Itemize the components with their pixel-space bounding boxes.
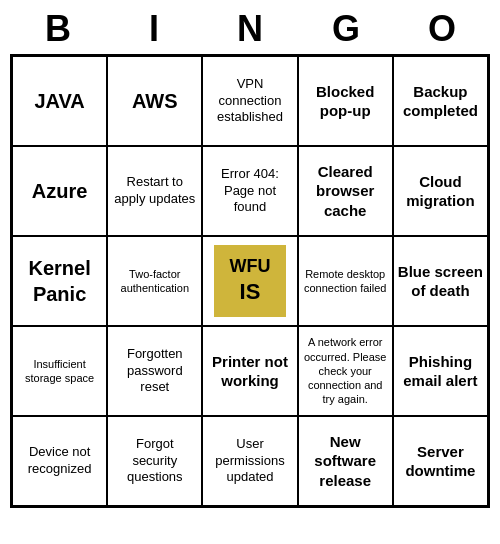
title-g: G [322,8,370,50]
cell-r1-c4[interactable]: Cloud migration [393,146,488,236]
cell-r4-c0[interactable]: Device not recognized [12,416,107,506]
cell-r2-c0[interactable]: Kernel Panic [12,236,107,326]
cell-r1-c0[interactable]: Azure [12,146,107,236]
cell-r0-c2[interactable]: VPN connection established [202,56,297,146]
cell-r2-c2[interactable]: WFUIS [202,236,297,326]
title-n: N [226,8,274,50]
cell-r2-c1[interactable]: Two-factor authentication [107,236,202,326]
cell-r3-c1[interactable]: Forgotten password reset [107,326,202,416]
cell-r2-c4[interactable]: Blue screen of death [393,236,488,326]
title-b: B [34,8,82,50]
cell-r0-c3[interactable]: Blocked pop-up [298,56,393,146]
cell-r4-c3[interactable]: New software release [298,416,393,506]
bingo-grid: JAVAAWSVPN connection establishedBlocked… [10,54,490,508]
cell-r0-c4[interactable]: Backup completed [393,56,488,146]
cell-r3-c0[interactable]: Insufficient storage space [12,326,107,416]
cell-r3-c4[interactable]: Phishing email alert [393,326,488,416]
cell-r4-c4[interactable]: Server downtime [393,416,488,506]
cell-r0-c0[interactable]: JAVA [12,56,107,146]
cell-r3-c3[interactable]: A network error occurred. Please check y… [298,326,393,416]
wfu-logo: WFUIS [214,245,286,317]
cell-r4-c2[interactable]: User permissions updated [202,416,297,506]
cell-r1-c1[interactable]: Restart to apply updates [107,146,202,236]
cell-r3-c2[interactable]: Printer not working [202,326,297,416]
bingo-title: B I N G O [10,0,490,54]
cell-r1-c2[interactable]: Error 404: Page not found [202,146,297,236]
cell-r1-c3[interactable]: Cleared browser cache [298,146,393,236]
title-i: I [130,8,178,50]
cell-r4-c1[interactable]: Forgot security questions [107,416,202,506]
cell-r2-c3[interactable]: Remote desktop connection failed [298,236,393,326]
title-o: O [418,8,466,50]
cell-r0-c1[interactable]: AWS [107,56,202,146]
